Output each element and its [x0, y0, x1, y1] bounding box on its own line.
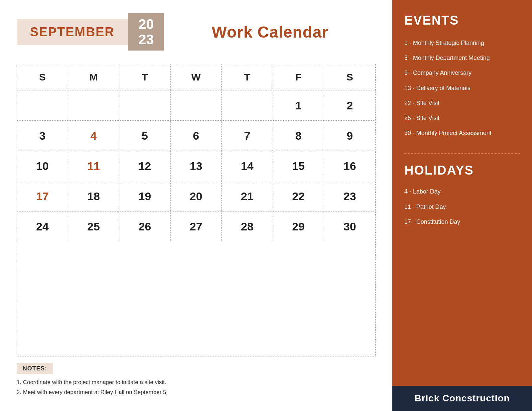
day-cell: 28 [222, 211, 273, 241]
note-item: 2. Meet with every department at Riley H… [17, 387, 376, 398]
company-footer: Brick Concstruction [392, 386, 532, 411]
day-cell: 11 [68, 151, 119, 181]
day-cell: 18 [68, 181, 119, 211]
day-cell: 20 [171, 181, 222, 211]
day-cell: 5 [119, 121, 171, 151]
day-cell: 15 [273, 151, 324, 181]
notes-section: NOTES: 1. Coordinate with the project ma… [17, 363, 376, 398]
day-cell: 21 [222, 181, 273, 211]
day-cell [17, 90, 68, 120]
event-item: 1 - Monthly Strategic Planning [404, 36, 520, 51]
day-cell: 17 [17, 181, 68, 211]
event-item: 30 - Monthly Project Assessment [404, 126, 520, 141]
day-cell: 2 [324, 90, 375, 120]
day-cell: 13 [171, 151, 222, 181]
day-cell [119, 90, 171, 120]
section-divider [404, 153, 520, 154]
week-row: 17181920212223 [17, 181, 375, 211]
notes-label: NOTES: [17, 363, 53, 374]
page-title: Work Calendar [164, 23, 376, 41]
day-cell: 26 [119, 211, 171, 241]
day-cell: 27 [171, 211, 222, 241]
day-cell: 29 [273, 211, 324, 241]
events-list: 1 - Monthly Strategic Planning5 - Monthl… [404, 36, 520, 141]
event-item: 22 - Site Visit [404, 96, 520, 111]
calendar-header: SEPTEMBER 20 23 Work Calendar [17, 13, 376, 51]
day-cell: 30 [324, 211, 375, 241]
day-cell: 23 [324, 181, 375, 211]
day-cell: 25 [68, 211, 119, 241]
year-line2: 23 [138, 32, 154, 47]
day-header: F [273, 64, 324, 90]
day-header: T [222, 64, 273, 90]
day-header: S [324, 64, 375, 90]
holidays-list: 4 - Labor Day11 - Patriot Day17 - Consti… [404, 184, 520, 229]
week-row: 12 [17, 90, 375, 121]
event-item: 9 - Company Anniversary [404, 66, 520, 80]
day-header: M [68, 64, 119, 90]
holiday-item: 11 - Patriot Day [404, 200, 520, 214]
day-cell: 1 [273, 90, 324, 120]
holiday-item: 4 - Labor Day [404, 184, 520, 199]
day-cell [68, 90, 119, 120]
day-cell: 8 [273, 121, 324, 151]
day-cell: 19 [119, 181, 171, 211]
day-cell [222, 90, 273, 120]
note-item: 1. Coordinate with the project manager t… [17, 377, 376, 388]
day-cell [171, 90, 222, 120]
events-title: EVENTS [404, 13, 520, 28]
day-cell: 7 [222, 121, 273, 151]
event-item: 5 - Monthly Department Meeting [404, 51, 520, 66]
year-line1: 20 [138, 17, 154, 32]
week-row: 3456789 [17, 121, 375, 151]
day-cell: 6 [171, 121, 222, 151]
day-header: S [17, 64, 68, 90]
day-cell: 4 [68, 121, 119, 151]
day-cell: 9 [324, 121, 375, 151]
holidays-title: HOLIDAYS [404, 163, 520, 178]
day-cell: 3 [17, 121, 68, 151]
day-cell: 24 [17, 211, 68, 241]
day-header: W [171, 64, 222, 90]
day-headers-row: SMTWTFS [17, 64, 375, 90]
day-cell: 16 [324, 151, 375, 181]
month-name: SEPTEMBER [17, 19, 128, 45]
week-row: 10111213141516 [17, 151, 375, 181]
day-cell: 10 [17, 151, 68, 181]
holiday-item: 17 - Constitution Day [404, 214, 520, 229]
week-row: 24252627282930 [17, 211, 375, 241]
day-cell: 22 [273, 181, 324, 211]
right-panel: EVENTS 1 - Monthly Strategic Planning5 -… [392, 0, 532, 411]
company-name: Brick Concstruction [415, 393, 510, 403]
year-box: 20 23 [128, 13, 164, 51]
event-item: 13 - Delivery of Materials [404, 81, 520, 96]
day-cell: 14 [222, 151, 273, 181]
event-item: 25 - Site Visit [404, 111, 520, 126]
left-panel: SEPTEMBER 20 23 Work Calendar SMTWTFS 12… [0, 0, 392, 411]
calendar-grid: SMTWTFS 12345678910111213141516171819202… [17, 64, 376, 356]
day-header: T [119, 64, 171, 90]
calendar-body: 1234567891011121314151617181920212223242… [17, 90, 375, 241]
notes-text: 1. Coordinate with the project manager t… [17, 377, 376, 398]
day-cell: 12 [119, 151, 171, 181]
